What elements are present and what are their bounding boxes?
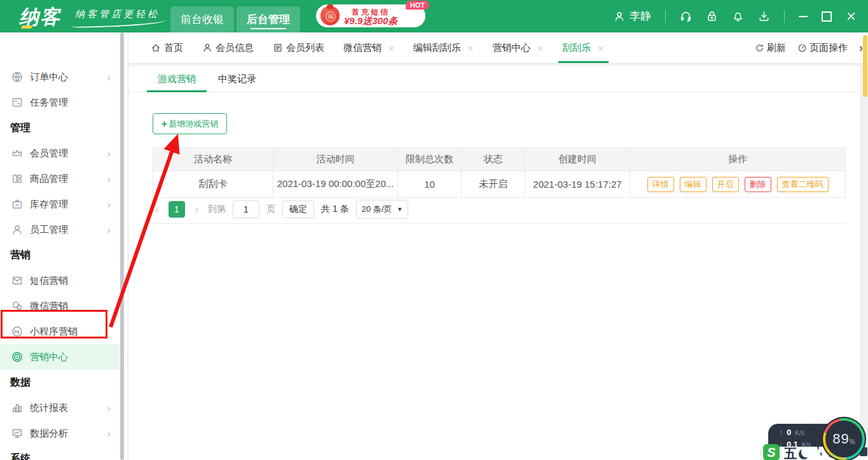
sidebar: 订单中心 › 任务管理 管理 会员管理 › 商品管理 › 库存管理 › 员工管理… (0, 32, 127, 460)
sidebar-section-management: 管理 (10, 115, 118, 141)
col-header-activity-name: 活动名称 (153, 148, 273, 171)
col-header-actions: 操作 (630, 148, 846, 171)
col-header-activity-time: 活动时间 (273, 148, 398, 171)
view-qrcode-button[interactable]: 查看二维码 (777, 177, 829, 192)
close-tab-icon[interactable]: × (538, 43, 544, 53)
money-bag-icon: 福 (320, 6, 340, 25)
tab-member-list[interactable]: 会员列表 (273, 32, 324, 63)
download-button[interactable] (758, 10, 770, 22)
lock-button[interactable] (706, 10, 718, 22)
sidebar-item-order-center[interactable]: 订单中心 › (0, 64, 120, 90)
panel-tabs: 游戏营销 中奖记录 (129, 66, 860, 92)
cell-limit-count: 10 (398, 171, 462, 198)
chevron-right-icon: › (107, 428, 111, 439)
report-icon (11, 402, 23, 414)
user-menu[interactable]: 李静 (614, 9, 651, 24)
close-button[interactable] (846, 11, 857, 22)
tab-scratch-card[interactable]: 刮刮乐 × (562, 32, 603, 63)
pagination: ‹ 1 › 到第 页 确定 共 1 条 20 条/页 ▼ (153, 199, 408, 220)
goods-icon (11, 173, 23, 185)
minimize-icon (799, 16, 808, 17)
table-row: 刮刮卡 2021-03-19 00:00:00至20... 10 未开启 202… (153, 171, 846, 198)
enable-button[interactable]: 开启 (712, 177, 739, 192)
sidebar-scrollbar[interactable] (120, 32, 124, 460)
nav-backend-admin[interactable]: 后台管理 (237, 6, 300, 32)
tab-game-marketing[interactable]: 游戏营销 (147, 66, 207, 92)
sidebar-item-inventory-management[interactable]: 库存管理 › (0, 192, 120, 217)
side-scrollbar-thumb[interactable] (863, 35, 867, 97)
promo-banner[interactable]: 福 首充短信 ¥9.9送300条 HOT (316, 4, 425, 27)
username: 李静 (630, 9, 651, 24)
refresh-icon (755, 43, 764, 53)
logo-accent (21, 25, 32, 29)
sidebar-item-staff-management[interactable]: 员工管理 › (0, 217, 120, 242)
confirm-page-button[interactable]: 确定 (282, 200, 314, 218)
edit-button[interactable]: 编辑 (680, 177, 706, 192)
tab-home[interactable]: 首页 (151, 32, 183, 63)
next-page-button[interactable]: › (192, 203, 201, 216)
chevron-right-icon: › (107, 199, 111, 210)
chevron-right-icon: › (107, 403, 111, 414)
punctuation-mode-icon[interactable]: ’, (816, 445, 822, 457)
page-actions-area: 刷新 页面操作 › (755, 32, 863, 63)
goto-page-input[interactable] (233, 200, 259, 218)
current-page-button[interactable]: 1 (169, 201, 185, 218)
member-icon (202, 43, 212, 53)
ime-mode-indicator[interactable]: 五 (784, 445, 797, 460)
col-header-limit-count: 限制总次数 (398, 148, 462, 171)
col-header-status: 状态 (462, 148, 525, 171)
app-slogan: 纳客管店更轻松 (75, 8, 160, 20)
divider (153, 223, 846, 224)
support-button[interactable] (680, 10, 692, 22)
sidebar-item-member-management[interactable]: 会员管理 › (0, 141, 120, 166)
add-game-marketing-button[interactable]: + 新增游戏营销 (153, 113, 227, 134)
close-tab-icon[interactable]: × (598, 43, 603, 53)
moon-icon[interactable] (801, 447, 811, 457)
chevron-right-icon: › (107, 225, 111, 235)
table-header-row: 活动名称 活动时间 限制总次数 状态 创建时间 操作 (153, 148, 846, 171)
sms-icon (11, 275, 23, 286)
plus-icon: + (162, 118, 167, 130)
chevron-right-icon: › (107, 148, 111, 159)
detail-button[interactable]: 详情 (647, 177, 674, 192)
minimize-button[interactable] (799, 16, 808, 17)
sidebar-item-sms-marketing[interactable]: 短信营销 (0, 268, 120, 293)
sidebar-item-marketing-center[interactable]: 营销中心 (0, 344, 120, 370)
list-icon (273, 43, 283, 53)
close-tab-icon[interactable]: × (389, 43, 394, 53)
page-size-select[interactable]: 20 条/页 ▼ (356, 200, 409, 219)
slogan-underline (71, 20, 167, 28)
tab-wechat-marketing[interactable]: 微信营销 × (343, 32, 394, 63)
maximize-button[interactable] (822, 11, 832, 22)
main-panel: 游戏营销 中奖记录 + 新增游戏营销 活动名称 活动时间 限制总次数 状态 创建… (129, 66, 860, 460)
nav-front-cashier[interactable]: 前台收银 (170, 6, 234, 32)
bell-icon (732, 10, 744, 22)
crown-icon (11, 148, 23, 159)
target-icon (11, 351, 23, 363)
sidebar-section-system: 系统 (10, 446, 118, 460)
refresh-button[interactable]: 刷新 (755, 42, 786, 54)
staff-icon (11, 224, 23, 235)
tab-marketing-center[interactable]: 营销中心 × (493, 32, 544, 63)
task-icon (11, 97, 23, 108)
sidebar-item-data-analysis[interactable]: 数据分析 › (0, 421, 120, 446)
tab-edit-scratch[interactable]: 编辑刮刮乐 × (413, 32, 474, 63)
page-actions-button[interactable]: 页面操作 (797, 42, 848, 54)
sidebar-item-goods-management[interactable]: 商品管理 › (0, 166, 120, 192)
delete-button[interactable]: 删除 (745, 177, 771, 192)
ime-logo[interactable]: S (763, 444, 780, 460)
battery-widget[interactable]: 89 % (822, 417, 866, 460)
prev-page-button[interactable]: ‹ (153, 203, 162, 216)
analysis-icon (11, 428, 23, 439)
close-tab-icon[interactable]: × (468, 43, 474, 53)
tab-winning-records[interactable]: 中奖记录 (207, 66, 268, 92)
tab-member-info[interactable]: 会员信息 (202, 32, 254, 63)
home-icon (151, 43, 161, 53)
promo-line2: ¥9.9送300条 (344, 15, 397, 27)
notifications-button[interactable] (732, 10, 744, 22)
user-icon (614, 11, 625, 22)
sidebar-item-statistics-report[interactable]: 统计报表 › (0, 395, 120, 421)
topbar: 纳客 纳客管店更轻松 前台收银 后台管理 福 首充短信 ¥9.9送300条 HO… (0, 0, 868, 32)
sidebar-item-task-management[interactable]: 任务管理 (0, 90, 120, 115)
upload-arrow-icon: ↑ (779, 428, 783, 437)
